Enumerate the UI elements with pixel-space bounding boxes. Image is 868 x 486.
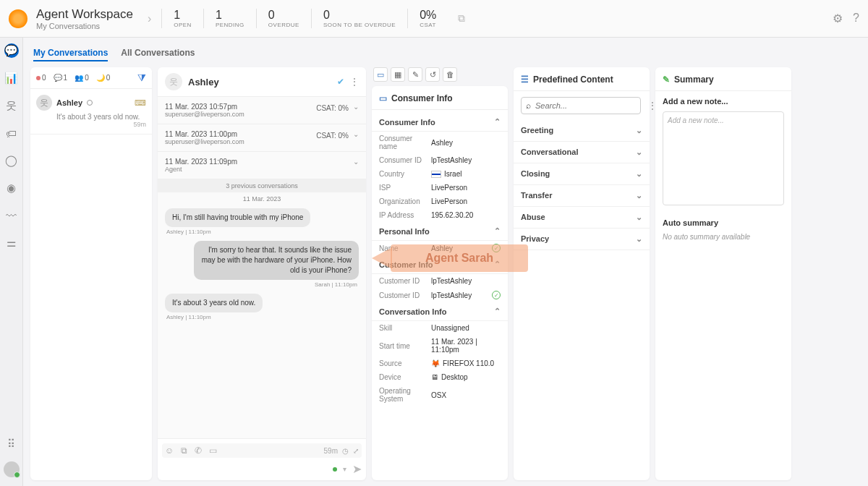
section-personal-info[interactable]: Personal Info⌃ xyxy=(372,222,508,241)
video-icon[interactable]: ▭ xyxy=(209,446,217,456)
send-icon[interactable]: ➤ xyxy=(352,462,362,476)
info-value: Unassigned xyxy=(431,324,469,332)
timer-label: 59m xyxy=(324,447,338,455)
predefined-item[interactable]: Conversational⌄ xyxy=(514,142,650,163)
info-value: Israel xyxy=(431,170,461,178)
checkmark-icon[interactable]: ✔ xyxy=(337,77,344,87)
conversation-tabs: My Conversations All Conversations xyxy=(30,43,859,67)
history-item[interactable]: ⌄ 11 Mar. 2023 11:09pm Agent xyxy=(158,152,366,179)
info-value: 🖥Desktop xyxy=(431,373,468,381)
info-key: Start time xyxy=(379,342,431,350)
top-right-icons: ⚙ ? xyxy=(833,12,859,25)
nav-user-icon[interactable]: ◯ xyxy=(4,153,19,168)
predefined-item[interactable]: Privacy⌄ xyxy=(514,229,650,250)
message-out: I'm sorry to hear that. It sounds like t… xyxy=(158,238,366,291)
section-consumer-info[interactable]: Consumer Info⌃ xyxy=(372,113,508,132)
nav-conversations-icon[interactable]: 💬 xyxy=(4,43,19,58)
avatar-icon: 웃 xyxy=(36,95,52,111)
history-item[interactable]: ⌄ CSAT: 0% 11 Mar. 2023 10:57pm superuse… xyxy=(158,97,366,124)
tool-delete-icon[interactable]: 🗑 xyxy=(443,67,457,82)
nav-analytics-icon[interactable]: 📊 xyxy=(4,71,19,85)
predefined-item[interactable]: Closing⌄ xyxy=(514,163,650,185)
counter-3: 🌙0 xyxy=(96,74,111,82)
clock-icon: ◷ xyxy=(342,447,349,455)
nav-apps-icon[interactable]: ⠿ xyxy=(4,437,19,451)
info-row: Source🦊FIREFOX 110.0 xyxy=(372,357,508,370)
emoji-icon[interactable]: ☺ xyxy=(165,446,174,456)
info-row: Start time11 Mar. 2023 | 11:10pm xyxy=(372,335,508,357)
info-row: ISPLivePerson xyxy=(372,181,508,195)
predefined-item[interactable]: Transfer⌄ xyxy=(514,185,650,207)
expand-icon[interactable]: ⤢ xyxy=(353,447,359,455)
nav-people-icon[interactable]: 웃 xyxy=(4,98,19,113)
tool-calendar-icon[interactable]: ▦ xyxy=(391,67,405,82)
note-textarea[interactable]: Add a new note... xyxy=(663,111,784,205)
predefined-item[interactable]: Abuse⌄ xyxy=(514,207,650,229)
main-area: My Conversations All Conversations 0 💬1 … xyxy=(23,38,868,486)
info-row: Consumer nameAshley xyxy=(372,132,508,153)
nav-globe-icon[interactable]: ◉ xyxy=(4,181,19,195)
chevron-down-icon: ⌄ xyxy=(636,148,642,157)
check-icon: ✓ xyxy=(492,244,501,252)
info-key: Operating System xyxy=(379,387,431,403)
history-item[interactable]: ⌄ CSAT: 0% 11 Mar. 2023 11:00pm superuse… xyxy=(158,124,366,152)
tab-my-conversations[interactable]: My Conversations xyxy=(33,48,108,61)
tab-all-conversations[interactable]: All Conversations xyxy=(121,48,195,61)
app-logo xyxy=(9,9,27,28)
chat-thread[interactable]: ⌄ CSAT: 0% 11 Mar. 2023 10:57pm superuse… xyxy=(158,96,366,438)
conversation-preview: It's about 3 years old now. xyxy=(56,113,140,121)
info-row: Device🖥Desktop xyxy=(372,370,508,384)
filter-icon[interactable]: ⧩ xyxy=(137,72,146,84)
nav-sliders-icon[interactable]: ⚌ xyxy=(4,236,19,250)
id-card-icon: ▭ xyxy=(379,93,387,103)
chevron-down-icon: ⌄ xyxy=(636,213,642,222)
chevron-down-icon: ⌄ xyxy=(353,158,359,166)
info-row: NameAshley✓ xyxy=(372,241,508,255)
chevron-down-icon: ⌄ xyxy=(636,234,642,244)
consumer-body[interactable]: Consumer Info⌃ Consumer nameAshleyConsum… xyxy=(372,110,508,480)
stat-pending: 1PENDING xyxy=(203,9,256,28)
info-value: Ashley xyxy=(431,244,453,252)
consumer-info-panel: ▭ Consumer Info Consumer Info⌃ Consumer … xyxy=(372,86,508,480)
help-icon[interactable]: ? xyxy=(853,12,859,25)
more-icon[interactable]: ⋮ xyxy=(350,77,359,87)
message-in: It's about 3 years old now. Ashley | 11:… xyxy=(158,291,366,323)
search-field[interactable]: ⌕ xyxy=(521,97,641,114)
tool-history-icon[interactable]: ↺ xyxy=(425,67,440,82)
workspace-title: Agent Workspace My Conversations xyxy=(36,7,133,30)
link-icon[interactable]: ⧉ xyxy=(181,446,187,456)
tool-id-icon[interactable]: ▭ xyxy=(373,67,388,82)
add-note-label: Add a new note... xyxy=(655,91,791,111)
chevron-right-icon[interactable]: › xyxy=(148,12,151,25)
stat-open: 1OPEN xyxy=(161,9,203,28)
subtitle: My Conversations xyxy=(36,22,133,30)
info-row: Customer IDlpTestAshley✓ xyxy=(372,288,508,302)
section-customer-info[interactable]: Customer Info⌃ xyxy=(372,255,508,274)
info-value: LivePerson xyxy=(431,197,467,205)
dropdown-icon[interactable]: ▾ xyxy=(343,465,346,473)
tool-edit-icon[interactable]: ✎ xyxy=(408,67,422,82)
predefined-content-panel: ☰ Predefined Content ⌕ ⋮ Greeting⌄Conver… xyxy=(514,67,650,480)
conversation-item[interactable]: 웃 Ashley ⌨ It's about 3 years old now. 5… xyxy=(30,89,152,135)
channel-icon: ⌨ xyxy=(135,98,146,108)
info-key: Customer ID xyxy=(379,277,431,285)
copy-icon[interactable]: ⧉ xyxy=(458,12,465,25)
predefined-item[interactable]: Greeting⌄ xyxy=(514,120,650,142)
info-row: IP Address195.62.30.20 xyxy=(372,208,508,222)
info-toolbar: ▭ ▦ ✎ ↺ 🗑 xyxy=(372,67,508,86)
search-input[interactable] xyxy=(535,101,636,110)
info-value: OSX xyxy=(431,391,446,399)
composer-toolbar: ☺ ⧉ ✆ ▭ 59m ◷ ⤢ xyxy=(162,443,362,458)
nav-tag-icon[interactable]: 🏷 xyxy=(4,126,19,140)
chat-panel: 웃 Ashley ✔ ⋮ ⌄ CSAT: 0% 11 Mar. 2023 10:… xyxy=(158,67,366,480)
summary-panel: ✎ Summary Add a new note... Add a new no… xyxy=(655,67,791,480)
section-conversation-info[interactable]: Conversation Info⌃ xyxy=(372,302,508,321)
settings-icon[interactable]: ⚙ xyxy=(833,12,843,25)
info-key: Consumer name xyxy=(379,135,431,150)
stats-row: 1OPEN 1PENDING 0OVERDUE 0SOON TO BE OVER… xyxy=(161,9,448,28)
phone-icon[interactable]: ✆ xyxy=(195,446,202,456)
nav-path-icon[interactable]: 〰 xyxy=(4,208,19,223)
conversation-time: 59m xyxy=(133,121,146,128)
user-avatar[interactable] xyxy=(4,461,20,477)
predefined-list: Greeting⌄Conversational⌄Closing⌄Transfer… xyxy=(514,120,650,250)
